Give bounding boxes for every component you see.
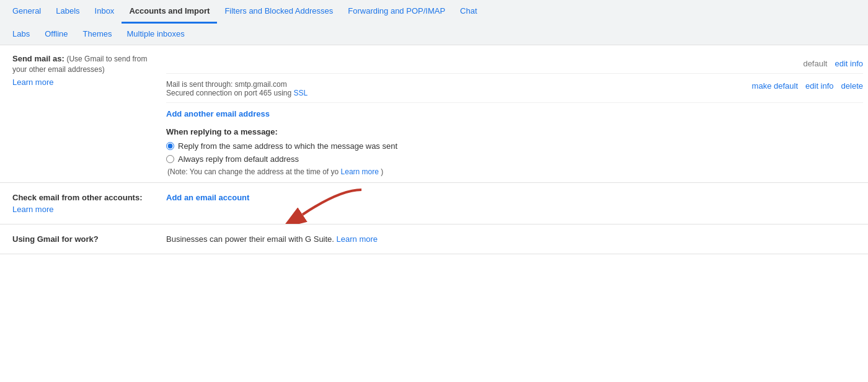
- add-email-link[interactable]: Add another email address: [166, 109, 863, 118]
- tab-offline[interactable]: Offline: [37, 23, 75, 45]
- edit-info-link-2[interactable]: edit info: [805, 81, 834, 91]
- tab-themes[interactable]: Themes: [76, 23, 120, 45]
- email-smtp: Mail is sent through: smtp.gmail.com Sec…: [166, 80, 742, 97]
- add-email-account-container: Add an email account: [166, 193, 249, 202]
- add-email-account-link[interactable]: Add an email account: [166, 193, 249, 202]
- tab-labels[interactable]: Labels: [48, 0, 87, 23]
- reply-note: (Note: You can change the address at the…: [167, 167, 863, 176]
- tab-filters[interactable]: Filters and Blocked Addresses: [217, 0, 340, 23]
- check-email-content: Add an email account: [161, 183, 868, 224]
- email-actions-2: make default edit info delete: [742, 79, 863, 91]
- smtp-line1: Mail is sent through: smtp.gmail.com: [166, 80, 287, 89]
- tab-multiple-inboxes[interactable]: Multiple inboxes: [120, 23, 192, 45]
- send-mail-main: default edit info Mail is sent through: …: [161, 45, 868, 182]
- settings-nav: General Labels Inbox Accounts and Import…: [0, 0, 868, 45]
- send-mail-section: Send mail as: (Use Gmail to send from yo…: [0, 45, 868, 183]
- settings-container: General Labels Inbox Accounts and Import…: [0, 0, 868, 382]
- gmail-work-section: Using Gmail for work? Businesses can pow…: [0, 224, 868, 254]
- gmail-work-label: Using Gmail for work?: [0, 224, 161, 254]
- radio-default-input[interactable]: [166, 155, 174, 163]
- email-actions-1: default edit info: [793, 56, 863, 68]
- radio-same-input[interactable]: [166, 142, 174, 150]
- tab-accounts-import[interactable]: Accounts and Import: [122, 0, 217, 24]
- reply-section: When replying to a message: Reply from t…: [166, 127, 863, 176]
- reply-note-learn-more[interactable]: Learn more: [341, 167, 379, 176]
- reply-note-suffix: ): [381, 167, 383, 176]
- email-entry-1: default edit info: [166, 51, 863, 74]
- send-mail-title: Send mail as:: [12, 54, 64, 63]
- email-info-2: Mail is sent through: smtp.gmail.com Sec…: [166, 79, 742, 97]
- check-email-learn-more[interactable]: Learn more: [12, 205, 151, 214]
- tab-general[interactable]: General: [5, 0, 48, 23]
- arrow-annotation: [265, 187, 365, 224]
- send-mail-label: Send mail as: (Use Gmail to send from yo…: [0, 45, 161, 182]
- check-email-label: Check email from other accounts: Learn m…: [0, 183, 161, 224]
- radio-reply-same: Reply from the same address to which the…: [166, 141, 863, 151]
- ssl-link[interactable]: SSL: [294, 89, 308, 97]
- settings-content: Send mail as: (Use Gmail to send from yo…: [0, 45, 868, 254]
- default-badge-1: default: [803, 59, 827, 68]
- nav-row-1: General Labels Inbox Accounts and Import…: [5, 0, 863, 23]
- edit-info-link-1[interactable]: edit info: [835, 59, 863, 68]
- gmail-work-learn-more[interactable]: Learn more: [337, 234, 378, 244]
- radio-same-label: Reply from the same address to which the…: [178, 141, 397, 151]
- tab-forwarding[interactable]: Forwarding and POP/IMAP: [340, 0, 453, 23]
- radio-default-label: Always reply from default address: [178, 154, 299, 164]
- gmail-work-text: Businesses can power their email with G …: [166, 234, 334, 244]
- check-email-section: Check email from other accounts: Learn m…: [0, 183, 868, 224]
- radio-reply-default: Always reply from default address: [166, 154, 863, 164]
- reply-note-text: (Note: You can change the address at the…: [167, 167, 339, 176]
- reply-title: When replying to a message:: [166, 127, 863, 136]
- make-default-link[interactable]: make default: [752, 81, 798, 91]
- delete-link[interactable]: delete: [841, 81, 863, 91]
- tab-inbox[interactable]: Inbox: [87, 0, 122, 23]
- tab-labs[interactable]: Labs: [5, 23, 37, 45]
- send-mail-learn-more[interactable]: Learn more: [12, 78, 151, 87]
- smtp-line2: Secured connection on port 465 using: [166, 89, 291, 97]
- nav-row-2: Labs Offline Themes Multiple inboxes: [5, 23, 863, 45]
- tab-chat[interactable]: Chat: [453, 0, 484, 23]
- check-email-title: Check email from other accounts:: [12, 193, 143, 202]
- gmail-work-content: Businesses can power their email with G …: [161, 224, 868, 254]
- email-entry-2: Mail is sent through: smtp.gmail.com Sec…: [166, 74, 863, 103]
